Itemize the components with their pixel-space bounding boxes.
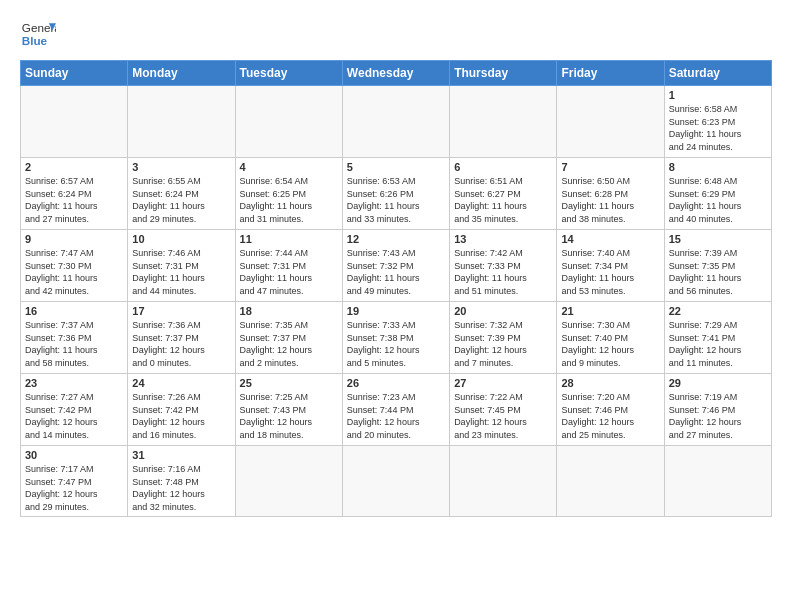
day-number: 2	[25, 161, 123, 173]
day-number: 5	[347, 161, 445, 173]
day-number: 15	[669, 233, 767, 245]
calendar-cell: 25Sunrise: 7:25 AM Sunset: 7:43 PM Dayli…	[235, 374, 342, 446]
calendar-week-row: 23Sunrise: 7:27 AM Sunset: 7:42 PM Dayli…	[21, 374, 772, 446]
day-number: 16	[25, 305, 123, 317]
calendar-cell: 15Sunrise: 7:39 AM Sunset: 7:35 PM Dayli…	[664, 230, 771, 302]
day-number: 30	[25, 449, 123, 461]
day-number: 1	[669, 89, 767, 101]
calendar-cell	[664, 446, 771, 517]
day-info: Sunrise: 7:23 AM Sunset: 7:44 PM Dayligh…	[347, 391, 445, 441]
calendar-cell	[557, 86, 664, 158]
day-info: Sunrise: 7:25 AM Sunset: 7:43 PM Dayligh…	[240, 391, 338, 441]
day-number: 6	[454, 161, 552, 173]
weekday-header-tuesday: Tuesday	[235, 61, 342, 86]
day-info: Sunrise: 6:57 AM Sunset: 6:24 PM Dayligh…	[25, 175, 123, 225]
weekday-header-thursday: Thursday	[450, 61, 557, 86]
day-info: Sunrise: 7:35 AM Sunset: 7:37 PM Dayligh…	[240, 319, 338, 369]
day-info: Sunrise: 7:19 AM Sunset: 7:46 PM Dayligh…	[669, 391, 767, 441]
weekday-header-row: SundayMondayTuesdayWednesdayThursdayFrid…	[21, 61, 772, 86]
day-number: 8	[669, 161, 767, 173]
day-number: 23	[25, 377, 123, 389]
calendar-cell: 7Sunrise: 6:50 AM Sunset: 6:28 PM Daylig…	[557, 158, 664, 230]
day-number: 4	[240, 161, 338, 173]
day-number: 24	[132, 377, 230, 389]
weekday-header-sunday: Sunday	[21, 61, 128, 86]
calendar-table: SundayMondayTuesdayWednesdayThursdayFrid…	[20, 60, 772, 517]
day-number: 10	[132, 233, 230, 245]
calendar-cell: 17Sunrise: 7:36 AM Sunset: 7:37 PM Dayli…	[128, 302, 235, 374]
calendar-week-row: 9Sunrise: 7:47 AM Sunset: 7:30 PM Daylig…	[21, 230, 772, 302]
calendar-cell	[342, 446, 449, 517]
day-number: 14	[561, 233, 659, 245]
calendar-cell: 9Sunrise: 7:47 AM Sunset: 7:30 PM Daylig…	[21, 230, 128, 302]
calendar-cell: 24Sunrise: 7:26 AM Sunset: 7:42 PM Dayli…	[128, 374, 235, 446]
calendar-cell: 28Sunrise: 7:20 AM Sunset: 7:46 PM Dayli…	[557, 374, 664, 446]
day-number: 7	[561, 161, 659, 173]
calendar-cell: 13Sunrise: 7:42 AM Sunset: 7:33 PM Dayli…	[450, 230, 557, 302]
day-info: Sunrise: 7:16 AM Sunset: 7:48 PM Dayligh…	[132, 463, 230, 513]
calendar-cell: 29Sunrise: 7:19 AM Sunset: 7:46 PM Dayli…	[664, 374, 771, 446]
day-info: Sunrise: 7:43 AM Sunset: 7:32 PM Dayligh…	[347, 247, 445, 297]
day-number: 3	[132, 161, 230, 173]
day-info: Sunrise: 7:33 AM Sunset: 7:38 PM Dayligh…	[347, 319, 445, 369]
calendar-cell: 26Sunrise: 7:23 AM Sunset: 7:44 PM Dayli…	[342, 374, 449, 446]
day-info: Sunrise: 7:29 AM Sunset: 7:41 PM Dayligh…	[669, 319, 767, 369]
day-number: 13	[454, 233, 552, 245]
calendar-cell: 6Sunrise: 6:51 AM Sunset: 6:27 PM Daylig…	[450, 158, 557, 230]
calendar-cell	[450, 86, 557, 158]
calendar-week-row: 30Sunrise: 7:17 AM Sunset: 7:47 PM Dayli…	[21, 446, 772, 517]
day-info: Sunrise: 7:26 AM Sunset: 7:42 PM Dayligh…	[132, 391, 230, 441]
page: General Blue SundayMondayTuesdayWednesda…	[0, 0, 792, 527]
day-info: Sunrise: 7:17 AM Sunset: 7:47 PM Dayligh…	[25, 463, 123, 513]
calendar-week-row: 1Sunrise: 6:58 AM Sunset: 6:23 PM Daylig…	[21, 86, 772, 158]
day-info: Sunrise: 7:47 AM Sunset: 7:30 PM Dayligh…	[25, 247, 123, 297]
day-number: 11	[240, 233, 338, 245]
day-number: 9	[25, 233, 123, 245]
day-info: Sunrise: 6:53 AM Sunset: 6:26 PM Dayligh…	[347, 175, 445, 225]
calendar-cell: 2Sunrise: 6:57 AM Sunset: 6:24 PM Daylig…	[21, 158, 128, 230]
svg-text:Blue: Blue	[22, 34, 48, 47]
svg-text:General: General	[22, 21, 56, 34]
calendar-cell: 18Sunrise: 7:35 AM Sunset: 7:37 PM Dayli…	[235, 302, 342, 374]
calendar-cell	[235, 86, 342, 158]
calendar-week-row: 16Sunrise: 7:37 AM Sunset: 7:36 PM Dayli…	[21, 302, 772, 374]
day-info: Sunrise: 7:40 AM Sunset: 7:34 PM Dayligh…	[561, 247, 659, 297]
day-number: 12	[347, 233, 445, 245]
weekday-header-wednesday: Wednesday	[342, 61, 449, 86]
calendar-cell: 8Sunrise: 6:48 AM Sunset: 6:29 PM Daylig…	[664, 158, 771, 230]
calendar-cell: 16Sunrise: 7:37 AM Sunset: 7:36 PM Dayli…	[21, 302, 128, 374]
day-number: 21	[561, 305, 659, 317]
calendar-cell: 11Sunrise: 7:44 AM Sunset: 7:31 PM Dayli…	[235, 230, 342, 302]
calendar-cell: 12Sunrise: 7:43 AM Sunset: 7:32 PM Dayli…	[342, 230, 449, 302]
day-info: Sunrise: 7:39 AM Sunset: 7:35 PM Dayligh…	[669, 247, 767, 297]
day-info: Sunrise: 6:58 AM Sunset: 6:23 PM Dayligh…	[669, 103, 767, 153]
weekday-header-friday: Friday	[557, 61, 664, 86]
calendar-week-row: 2Sunrise: 6:57 AM Sunset: 6:24 PM Daylig…	[21, 158, 772, 230]
day-info: Sunrise: 7:32 AM Sunset: 7:39 PM Dayligh…	[454, 319, 552, 369]
calendar-cell	[557, 446, 664, 517]
day-info: Sunrise: 6:50 AM Sunset: 6:28 PM Dayligh…	[561, 175, 659, 225]
day-number: 20	[454, 305, 552, 317]
calendar-cell: 10Sunrise: 7:46 AM Sunset: 7:31 PM Dayli…	[128, 230, 235, 302]
calendar-cell: 23Sunrise: 7:27 AM Sunset: 7:42 PM Dayli…	[21, 374, 128, 446]
calendar-cell	[21, 86, 128, 158]
day-number: 18	[240, 305, 338, 317]
calendar-cell: 27Sunrise: 7:22 AM Sunset: 7:45 PM Dayli…	[450, 374, 557, 446]
calendar-cell	[450, 446, 557, 517]
calendar-cell: 14Sunrise: 7:40 AM Sunset: 7:34 PM Dayli…	[557, 230, 664, 302]
calendar-cell	[235, 446, 342, 517]
day-number: 19	[347, 305, 445, 317]
day-number: 17	[132, 305, 230, 317]
day-info: Sunrise: 6:48 AM Sunset: 6:29 PM Dayligh…	[669, 175, 767, 225]
calendar-cell: 22Sunrise: 7:29 AM Sunset: 7:41 PM Dayli…	[664, 302, 771, 374]
calendar-cell: 20Sunrise: 7:32 AM Sunset: 7:39 PM Dayli…	[450, 302, 557, 374]
day-info: Sunrise: 7:20 AM Sunset: 7:46 PM Dayligh…	[561, 391, 659, 441]
calendar-cell: 1Sunrise: 6:58 AM Sunset: 6:23 PM Daylig…	[664, 86, 771, 158]
day-info: Sunrise: 6:51 AM Sunset: 6:27 PM Dayligh…	[454, 175, 552, 225]
day-number: 25	[240, 377, 338, 389]
day-info: Sunrise: 6:55 AM Sunset: 6:24 PM Dayligh…	[132, 175, 230, 225]
calendar-cell: 30Sunrise: 7:17 AM Sunset: 7:47 PM Dayli…	[21, 446, 128, 517]
calendar-cell	[342, 86, 449, 158]
calendar-cell: 5Sunrise: 6:53 AM Sunset: 6:26 PM Daylig…	[342, 158, 449, 230]
weekday-header-saturday: Saturday	[664, 61, 771, 86]
